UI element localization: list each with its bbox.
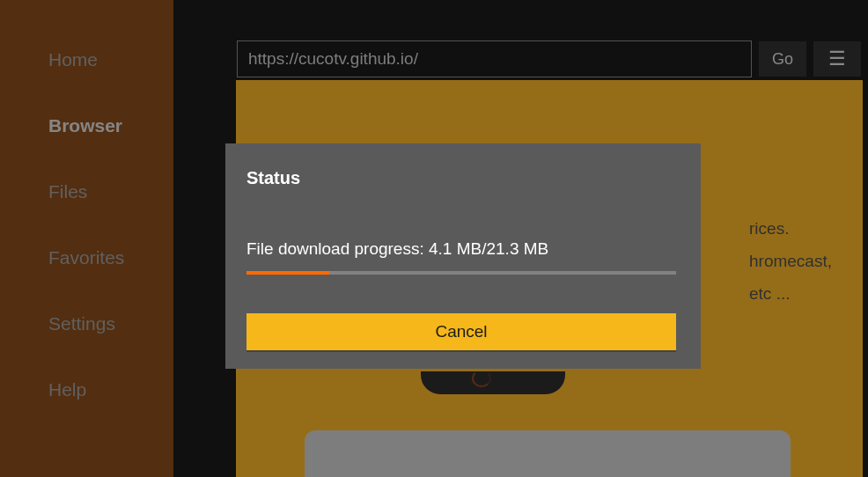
status-dialog: Status File download progress: 4.1 MB/21… [225,143,701,369]
progress-bar [246,271,676,275]
sidebar-dim-overlay [0,0,173,477]
download-progress-text: File download progress: 4.1 MB/21.3 MB [246,239,680,259]
progress-fill [246,271,329,275]
cancel-button[interactable]: Cancel [246,313,676,350]
dialog-title: Status [246,168,680,188]
